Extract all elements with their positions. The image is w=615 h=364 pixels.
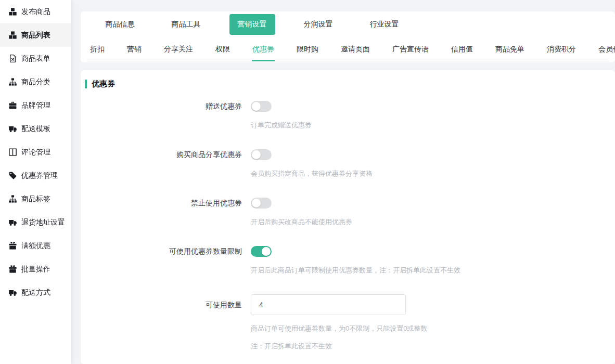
top-tab-goods-info[interactable]: 商品信息: [87, 14, 153, 35]
sub-tab-coupon[interactable]: 优惠券: [252, 37, 275, 61]
sidebar-item-label: 发布商品: [21, 7, 50, 17]
field-hint: 会员购买指定商品，获得优惠券分享资格: [251, 169, 373, 178]
sidebar-item-label: 退货地址设置: [21, 218, 65, 227]
sidebar-item-label: 满额优惠: [21, 241, 50, 251]
tag-icon: [9, 172, 17, 179]
section-title-text: 优惠券: [92, 79, 115, 89]
main-area: 商品信息 商品工具 营销设置 分润设置 行业设置 折扣 营销 分享关注 权限 优…: [81, 11, 615, 364]
cubes-icon: [9, 8, 17, 16]
sidebar-item-batch-operation[interactable]: 批量操作: [0, 257, 71, 281]
form-row-control: 开启后购买改商品不能使用优惠券: [251, 198, 352, 227]
sidebar-item-goods-list[interactable]: 商品列表: [0, 23, 71, 47]
sidebar-item-coupon-manage[interactable]: 优惠券管理: [0, 164, 71, 187]
sidebar-item-goods-form[interactable]: 商品表单: [0, 47, 71, 70]
sub-tab-goods-free[interactable]: 商品免单: [495, 37, 525, 61]
sidebar-item-label: 品牌管理: [21, 101, 50, 110]
field-hint: 注：开启拆单此设置不生效: [251, 342, 427, 351]
usable-count-input[interactable]: [251, 294, 406, 315]
sidebar-item-full-discount[interactable]: 满额优惠: [0, 234, 71, 257]
truck-icon: [9, 218, 17, 226]
sub-tab-permission[interactable]: 权限: [215, 37, 230, 61]
form-row-forbid-coupon: 禁止使用优惠券 开启后购买改商品不能使用优惠券: [85, 198, 605, 227]
field-hint: 订单完成赠送优惠券: [251, 121, 312, 130]
sidebar-item-goods-category[interactable]: 商品分类: [0, 70, 71, 94]
form-row-control: 订单完成赠送优惠券: [251, 101, 312, 130]
sub-tab-share-follow[interactable]: 分享关注: [163, 37, 194, 61]
sub-tab-discount[interactable]: 折扣: [89, 37, 105, 61]
toggle-knob: [252, 199, 261, 207]
top-tab-label: 行业设置: [362, 14, 407, 35]
file-icon: [9, 55, 17, 62]
sidebar-item-label: 批量操作: [21, 265, 50, 274]
tabs-panel: 商品信息 商品工具 营销设置 分润设置 行业设置 折扣 营销 分享关注 权限 优…: [81, 11, 615, 62]
buy-share-coupon-toggle[interactable]: [251, 149, 272, 160]
briefcase-icon: [9, 101, 17, 109]
sub-tabs: 折扣 营销 分享关注 权限 优惠券 限时购 邀请页面 广告宣传语 信用值 商品免…: [87, 37, 609, 61]
sitemap-icon: [9, 78, 17, 86]
toggle-knob: [252, 150, 261, 159]
gift-icon: [9, 265, 17, 273]
columns-icon: [9, 148, 17, 156]
form-row-usable-count: 可使用数量 商品订单可使用优惠券数量，为0不限制，只能设置0或整数注：开启拆单此…: [85, 294, 605, 351]
sidebar-item-label: 优惠券管理: [21, 171, 58, 180]
sidebar-item-label: 商品分类: [21, 77, 50, 87]
toggle-knob: [262, 247, 271, 256]
gift-icon: [9, 242, 17, 250]
form-row-buy-share-coupon: 购买商品分享优惠券 会员购买指定商品，获得优惠券分享资格: [85, 149, 605, 178]
sidebar-item-goods-tag[interactable]: 商品标签: [0, 187, 71, 211]
top-tabs: 商品信息 商品工具 营销设置 分润设置 行业设置: [87, 11, 609, 37]
sub-tab-credit-value[interactable]: 信用值: [451, 37, 473, 61]
sidebar-item-publish-goods[interactable]: 发布商品: [0, 0, 71, 23]
truck-icon: [9, 289, 17, 296]
form-row-label: 可使用数量: [85, 294, 242, 351]
truck-icon: [9, 125, 17, 133]
top-tab-industry-setting[interactable]: 行业设置: [351, 14, 417, 35]
sidebar-item-brand-manage[interactable]: 品牌管理: [0, 94, 71, 117]
top-tab-label: 商品工具: [163, 14, 209, 35]
sidebar-item-return-address[interactable]: 退货地址设置: [0, 211, 71, 234]
give-coupon-toggle[interactable]: [251, 101, 272, 112]
sidebar-item-label: 商品列表: [21, 31, 50, 40]
section-title: 优惠券: [85, 79, 605, 89]
cubes-icon: [9, 31, 17, 39]
sub-tab-marketing[interactable]: 营销: [126, 37, 142, 61]
sub-tab-ad-slogan[interactable]: 广告宣传语: [392, 37, 429, 61]
top-tab-label: 商品信息: [97, 14, 143, 35]
top-tab-label: 分润设置: [296, 14, 341, 35]
section-title-accent-bar: [85, 80, 87, 88]
sidebar-item-delivery-template[interactable]: 配送模板: [0, 117, 71, 140]
top-tab-goods-tools[interactable]: 商品工具: [153, 14, 219, 35]
form-row-give-coupon: 赠送优惠券 订单完成赠送优惠券: [85, 101, 605, 130]
sidebar-item-label: 配送方式: [21, 288, 50, 297]
sidebar-item-comment-manage[interactable]: 评论管理: [0, 140, 71, 164]
form-row-coupon-count-limit: 可使用优惠券数量限制 开启后此商品订单可限制使用优惠券数量，注：开启拆单此设置不…: [85, 246, 605, 275]
form-row-label: 赠送优惠券: [85, 101, 242, 130]
sub-tab-member-price[interactable]: 会员价设置: [598, 37, 615, 61]
field-hint: 商品订单可使用优惠券数量，为0不限制，只能设置0或整数: [251, 324, 427, 333]
sub-tab-consume-points[interactable]: 消费积分: [546, 37, 576, 61]
form-row-control: 商品订单可使用优惠券数量，为0不限制，只能设置0或整数注：开启拆单此设置不生效: [251, 294, 427, 351]
forbid-coupon-toggle[interactable]: [251, 198, 272, 209]
top-tab-profit-setting[interactable]: 分润设置: [285, 14, 351, 35]
sub-tab-flash-sale[interactable]: 限时购: [296, 37, 319, 61]
sidebar-item-delivery-method[interactable]: 配送方式: [0, 281, 71, 304]
coupon-settings-form: 赠送优惠券 订单完成赠送优惠券 购买商品分享优惠券 会员购买指定商品，获得优惠券…: [85, 101, 605, 351]
sidebar: 发布商品 商品列表 商品表单 商品分类 品牌管理 配送模板 评论管理 优惠券管理…: [0, 0, 71, 364]
form-row-label: 可使用优惠券数量限制: [85, 246, 242, 275]
sub-tab-invite-page[interactable]: 邀请页面: [340, 37, 370, 61]
form-row-control: 会员购买指定商品，获得优惠券分享资格: [251, 149, 373, 178]
form-row-label: 禁止使用优惠券: [85, 198, 242, 227]
field-hint: 开启后此商品订单可限制使用优惠券数量，注：开启拆单此设置不生效: [251, 266, 460, 275]
coupon-count-limit-toggle[interactable]: [251, 246, 272, 257]
top-tab-marketing-setting[interactable]: 营销设置: [219, 14, 285, 35]
sidebar-item-label: 评论管理: [21, 148, 50, 157]
sidebar-item-label: 商品表单: [21, 54, 50, 63]
sitemap-icon: [9, 195, 17, 203]
sidebar-item-label: 配送模板: [21, 124, 50, 134]
toggle-knob: [252, 102, 261, 111]
form-row-label: 购买商品分享优惠券: [85, 149, 242, 178]
sidebar-menu: 发布商品 商品列表 商品表单 商品分类 品牌管理 配送模板 评论管理 优惠券管理…: [0, 0, 71, 304]
field-hint: 开启后购买改商品不能使用优惠券: [251, 217, 352, 227]
sidebar-item-label: 商品标签: [21, 194, 50, 204]
form-row-control: 开启后此商品订单可限制使用优惠券数量，注：开启拆单此设置不生效: [251, 246, 460, 275]
